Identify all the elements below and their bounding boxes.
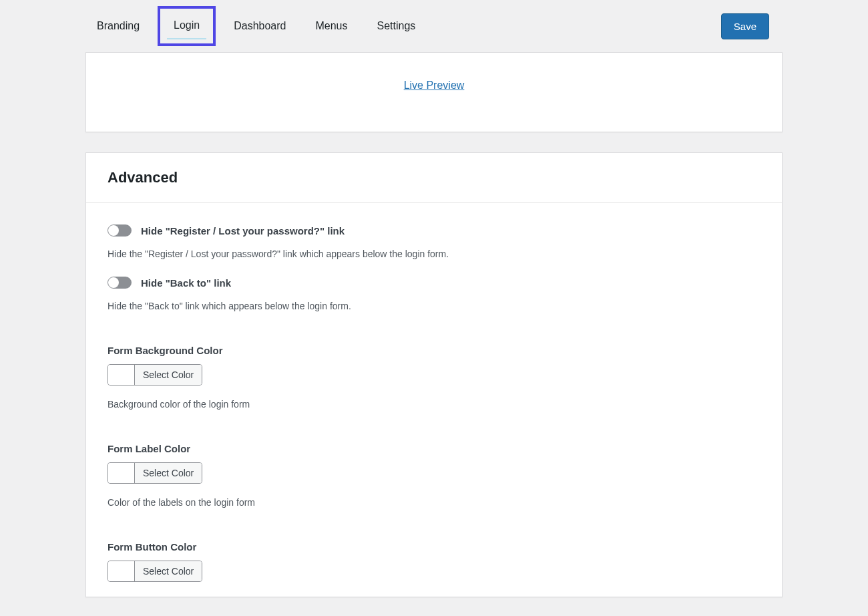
- color-swatch: [108, 561, 135, 581]
- color-label: Select Color: [135, 463, 202, 483]
- toggle-label-hide-register: Hide "Register / Lost your password?" li…: [141, 225, 345, 237]
- toggle-knob: [108, 225, 119, 236]
- desc-hide-backto: Hide the "Back to" link which appears be…: [107, 289, 761, 314]
- toggle-label-hide-backto: Hide "Back to" link: [141, 277, 231, 289]
- section-title: Advanced: [107, 169, 761, 186]
- field-form-button: Form Button Color Select Color: [107, 510, 761, 583]
- toggle-knob: [108, 277, 119, 288]
- toggle-hide-register[interactable]: [107, 224, 132, 237]
- label-form-button: Form Button Color: [107, 525, 761, 553]
- color-picker-form-label[interactable]: Select Color: [107, 462, 202, 484]
- panel-body: Hide "Register / Lost your password?" li…: [86, 203, 782, 597]
- tabs: Branding Login Dashboard Menus Settings: [85, 6, 721, 46]
- field-form-bg: Form Background Color Select Color Backg…: [107, 314, 761, 412]
- field-hide-register: Hide "Register / Lost your password?" li…: [107, 210, 761, 262]
- label-form-bg: Form Background Color: [107, 329, 761, 356]
- topbar: Branding Login Dashboard Menus Settings …: [0, 0, 868, 52]
- color-label: Select Color: [135, 365, 202, 385]
- toggle-hide-backto[interactable]: [107, 277, 132, 289]
- tab-login[interactable]: Login: [158, 6, 216, 46]
- desc-form-bg: Background color of the login form: [107, 387, 761, 412]
- preview-panel: Live Preview: [85, 52, 783, 132]
- tab-settings[interactable]: Settings: [366, 8, 427, 44]
- desc-hide-register: Hide the "Register / Lost your password?…: [107, 237, 761, 262]
- live-preview-link[interactable]: Live Preview: [404, 80, 465, 91]
- color-picker-form-bg[interactable]: Select Color: [107, 364, 202, 386]
- color-label: Select Color: [135, 561, 202, 581]
- label-form-label: Form Label Color: [107, 427, 761, 454]
- tab-menus[interactable]: Menus: [304, 8, 359, 44]
- desc-form-label: Color of the labels on the login form: [107, 485, 761, 510]
- tab-dashboard[interactable]: Dashboard: [222, 8, 297, 44]
- tab-branding[interactable]: Branding: [85, 8, 151, 44]
- field-hide-backto: Hide "Back to" link Hide the "Back to" l…: [107, 262, 761, 314]
- advanced-panel: Advanced Hide "Register / Lost your pass…: [85, 152, 783, 597]
- save-button[interactable]: Save: [721, 13, 769, 39]
- color-swatch: [108, 463, 135, 483]
- color-swatch: [108, 365, 135, 385]
- color-picker-form-button[interactable]: Select Color: [107, 561, 202, 582]
- field-form-label: Form Label Color Select Color Color of t…: [107, 412, 761, 510]
- panel-header: Advanced: [86, 153, 782, 203]
